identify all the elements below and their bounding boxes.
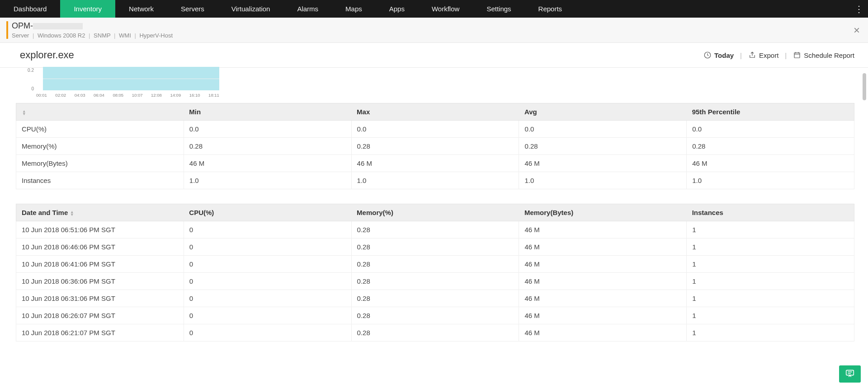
xtick: 04:03	[75, 93, 85, 98]
table-row: 10 Jun 2018 06:51:06 PM SGT00.2846 M1	[16, 221, 854, 238]
cell-min: 1.0	[184, 172, 351, 189]
table-row: CPU(%)0.00.00.00.0	[16, 121, 854, 138]
top-nav: Dashboard Inventory Network Servers Virt…	[0, 0, 868, 18]
export-label: Export	[759, 51, 778, 59]
cell-avg: 46 M	[519, 155, 687, 172]
nav-reports[interactable]: Reports	[525, 0, 576, 18]
schedule-report-label: Schedule Report	[804, 51, 854, 59]
xtick: 00:01	[36, 93, 47, 98]
cell-memb: 46 M	[519, 290, 687, 307]
nav-workflow[interactable]: Workflow	[418, 0, 473, 18]
subheader: OPM- Server | Windows 2008 R2 | SNMP | W…	[0, 18, 868, 43]
cell-p95: 0.0	[687, 121, 854, 138]
xtick: 12:08	[151, 93, 162, 98]
device-meta: Server | Windows 2008 R2 | SNMP | WMI | …	[12, 32, 859, 39]
cell-p95: 1.0	[687, 172, 854, 189]
table-row: Instances1.01.01.01.0	[16, 172, 854, 189]
cell-memb: 46 M	[519, 273, 687, 290]
cell-inst: 1	[687, 290, 854, 307]
schedule-report-button[interactable]: Schedule Report	[793, 51, 854, 59]
cell-avg: 1.0	[519, 172, 687, 189]
cell-memb: 46 M	[519, 221, 687, 238]
export-button[interactable]: Export	[748, 51, 778, 59]
col-min[interactable]: Min	[184, 103, 351, 121]
detail-table: Date and Time ▴▾ CPU(%) Memory(%) Memory…	[16, 204, 854, 341]
device-title-prefix: OPM-	[12, 21, 33, 30]
col-max[interactable]: Max	[351, 103, 519, 121]
nav-inventory[interactable]: Inventory	[60, 0, 115, 18]
page-actions: Today | Export | Schedule Report	[703, 51, 854, 59]
ytick: 0.2	[28, 68, 34, 73]
cell-inst: 1	[687, 238, 854, 256]
cell-cpu: 0	[184, 324, 351, 341]
xtick: 06:04	[94, 93, 104, 98]
col-cpu[interactable]: CPU(%)	[184, 204, 351, 221]
col-metric[interactable]: ▴▾	[16, 103, 184, 121]
content-area: 0.2 0 00:01 02:02 04:03 06:04 08:05 10:0…	[0, 68, 868, 341]
nav-alarms[interactable]: Alarms	[283, 0, 332, 18]
col-avg[interactable]: Avg	[519, 103, 687, 121]
table-row: Memory(Bytes)46 M46 M46 M46 M	[16, 155, 854, 172]
col-memory-pct[interactable]: Memory(%)	[351, 204, 519, 221]
kebab-menu-icon[interactable]: ⋮	[850, 0, 868, 18]
table-row: Memory(%)0.280.280.280.28	[16, 138, 854, 155]
cell-inst: 1	[687, 256, 854, 273]
cell-mem: 0.28	[351, 238, 519, 256]
cell-memb: 46 M	[519, 238, 687, 256]
nav-settings[interactable]: Settings	[473, 0, 524, 18]
cell-cpu: 0	[184, 238, 351, 256]
stats-table: ▴▾ Min Max Avg 95th Percentile CPU(%)0.0…	[16, 103, 854, 189]
xtick: 10:07	[132, 93, 143, 98]
cell-p95: 46 M	[687, 155, 854, 172]
cell-mem: 0.28	[351, 307, 519, 324]
cell-p95: 0.28	[687, 138, 854, 155]
nav-maps[interactable]: Maps	[332, 0, 376, 18]
cell-max: 1.0	[351, 172, 519, 189]
page-bar: explorer.exe Today | Export | Schedule R…	[0, 43, 868, 68]
meta-wmi: WMI	[119, 32, 131, 39]
cell-cpu: 0	[184, 221, 351, 238]
meta-os: Windows 2008 R2	[38, 32, 85, 39]
cell-inst: 1	[687, 221, 854, 238]
table-row: 10 Jun 2018 06:21:07 PM SGT00.2846 M1	[16, 324, 854, 341]
cell-mem: 0.28	[351, 256, 519, 273]
table-row: 10 Jun 2018 06:31:06 PM SGT00.2846 M1	[16, 290, 854, 307]
device-title: OPM-	[12, 21, 859, 31]
svg-rect-1	[794, 53, 800, 58]
meta-snmp: SNMP	[94, 32, 110, 39]
cell-min: 0.28	[184, 138, 351, 155]
col-p95[interactable]: 95th Percentile	[687, 103, 854, 121]
cell-metric: Instances	[16, 172, 184, 189]
nav-apps[interactable]: Apps	[376, 0, 418, 18]
chart-gridline	[43, 79, 219, 79]
cell-mem: 0.28	[351, 273, 519, 290]
col-datetime[interactable]: Date and Time ▴▾	[16, 204, 184, 221]
table-row: 10 Jun 2018 06:41:06 PM SGT00.2846 M1	[16, 256, 854, 273]
table-row: 10 Jun 2018 06:36:06 PM SGT00.2846 M1	[16, 273, 854, 290]
col-instances[interactable]: Instances	[687, 204, 854, 221]
cell-mem: 0.28	[351, 221, 519, 238]
time-range-picker[interactable]: Today	[703, 51, 734, 59]
device-title-redacted	[33, 23, 83, 29]
cell-cpu: 0	[184, 256, 351, 273]
col-memory-bytes[interactable]: Memory(Bytes)	[519, 204, 687, 221]
nav-servers[interactable]: Servers	[167, 0, 218, 18]
cell-mem: 0.28	[351, 290, 519, 307]
cell-metric: CPU(%)	[16, 121, 184, 138]
cell-max: 0.0	[351, 121, 519, 138]
cell-avg: 0.28	[519, 138, 687, 155]
cell-max: 0.28	[351, 138, 519, 155]
accent-bar	[6, 21, 8, 39]
table-row: 10 Jun 2018 06:46:06 PM SGT00.2846 M1	[16, 238, 854, 256]
scrollbar[interactable]	[863, 73, 866, 100]
nav-network[interactable]: Network	[115, 0, 167, 18]
sort-icon: ▴▾	[71, 210, 73, 216]
nav-dashboard[interactable]: Dashboard	[0, 0, 60, 18]
cell-dt: 10 Jun 2018 06:36:06 PM SGT	[16, 273, 184, 290]
table-header-row: Date and Time ▴▾ CPU(%) Memory(%) Memory…	[16, 204, 854, 221]
cell-cpu: 0	[184, 307, 351, 324]
close-icon[interactable]: ×	[854, 25, 860, 36]
calendar-icon	[793, 51, 801, 59]
nav-virtualization[interactable]: Virtualization	[218, 0, 284, 18]
chart: 0.2 0 00:01 02:02 04:03 06:04 08:05 10:0…	[16, 68, 854, 98]
